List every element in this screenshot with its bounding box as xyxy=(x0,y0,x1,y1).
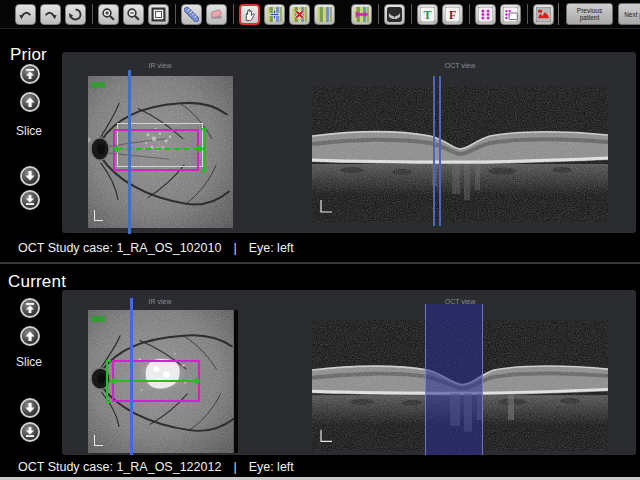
rotate-icon[interactable] xyxy=(65,4,86,25)
toolbar-separator xyxy=(233,4,234,24)
flip-arc-left-icon[interactable] xyxy=(15,4,36,25)
prior-slice-last-button[interactable] xyxy=(20,190,40,210)
prior-fundus-image[interactable] xyxy=(88,76,233,228)
status-separator: | xyxy=(233,460,236,474)
dots-copy-icon[interactable] xyxy=(500,4,521,25)
current-panel: IR view OCT view xyxy=(62,290,636,455)
prior-fundus-slice-line[interactable] xyxy=(128,70,131,234)
current-fundus-view-label: IR view xyxy=(149,298,172,305)
prior-slice-label: Slice xyxy=(16,124,42,138)
grid-move-icon[interactable] xyxy=(351,4,372,25)
overlay-eye-icon[interactable] xyxy=(384,4,405,25)
flip-arc-right-icon[interactable] xyxy=(40,4,61,25)
toolbar-icons: TF xyxy=(15,4,558,25)
oct-compare-window: TF Previous patient Next patient Prior S… xyxy=(0,0,640,480)
grid-add-icon[interactable] xyxy=(264,4,285,25)
oct-bscan xyxy=(312,86,608,222)
current-fundus-image[interactable] xyxy=(88,310,238,453)
current-slice-up-button[interactable] xyxy=(20,326,40,346)
current-fundus-slice-line[interactable] xyxy=(130,298,133,455)
section-divider xyxy=(0,262,640,264)
current-eye-text: Eye: left xyxy=(249,460,294,474)
fit-window-icon[interactable] xyxy=(148,4,169,25)
prior-oct-image[interactable] xyxy=(312,86,608,222)
grid-icon[interactable] xyxy=(314,4,335,25)
toolbar: TF Previous patient Next patient xyxy=(0,0,640,29)
patient-nav: Previous patient Next patient xyxy=(558,0,640,29)
red-region-icon[interactable] xyxy=(533,4,554,25)
current-case-text: OCT Study case: 1_RA_OS_122012 xyxy=(18,460,221,474)
toolbar-separator xyxy=(527,4,528,24)
prior-scan-info-badge xyxy=(91,82,105,88)
zoom-out-icon[interactable] xyxy=(123,4,144,25)
current-scan-info-badge xyxy=(91,316,105,322)
toolbar-separator xyxy=(558,3,559,25)
status-separator: | xyxy=(233,241,236,255)
pan-hand-icon[interactable] xyxy=(239,4,260,25)
svg-text:F: F xyxy=(449,8,456,21)
text-true-icon[interactable]: T xyxy=(417,4,438,25)
prior-oct-view-label: OCT view xyxy=(445,62,476,69)
prior-status-bar: OCT Study case: 1_RA_OS_102010|Eye: left xyxy=(18,241,294,255)
next-patient-button[interactable]: Next patient xyxy=(618,3,640,25)
prior-case-text: OCT Study case: 1_RA_OS_102010 xyxy=(18,241,221,255)
current-section-title: Current xyxy=(8,272,66,292)
current-slice-label: Slice xyxy=(16,355,42,369)
toolbar-separator xyxy=(92,4,93,24)
prior-range-bracket xyxy=(201,128,206,172)
prior-slice-down-button[interactable] xyxy=(20,166,40,186)
zoom-in-icon[interactable] xyxy=(98,4,119,25)
current-slice-down-button[interactable] xyxy=(20,398,40,418)
prior-slice-up-button[interactable] xyxy=(20,92,40,112)
previous-patient-button[interactable]: Previous patient xyxy=(566,3,613,25)
current-status-bar: OCT Study case: 1_RA_OS_122012|Eye: left xyxy=(18,460,294,474)
prior-oct-slice-marker[interactable] xyxy=(433,76,441,226)
ruler-icon[interactable] xyxy=(181,4,202,25)
toolbar-separator xyxy=(411,4,412,24)
prior-section-title: Prior xyxy=(10,45,47,65)
current-scan-position-line xyxy=(114,380,196,382)
toolbar-separator xyxy=(378,4,379,24)
current-slice-last-button[interactable] xyxy=(20,422,40,442)
prior-fundus-scale-marker xyxy=(94,210,103,221)
eraser-icon[interactable] xyxy=(206,4,227,25)
prior-registration-rect xyxy=(113,129,199,171)
prior-slice-first-button[interactable] xyxy=(20,64,40,84)
current-oct-selection-band[interactable] xyxy=(425,304,483,455)
toolbar-separator xyxy=(469,4,470,24)
svg-text:T: T xyxy=(424,8,432,21)
prior-fundus-view-label: IR view xyxy=(149,62,172,69)
prior-eye-text: Eye: left xyxy=(249,241,294,255)
current-fundus-scale-marker xyxy=(94,435,103,446)
text-false-icon[interactable]: F xyxy=(442,4,463,25)
prior-panel: IR view OCT view xyxy=(62,52,636,233)
toolbar-separator xyxy=(175,4,176,24)
dots-grid-icon[interactable] xyxy=(475,4,496,25)
current-slice-first-button[interactable] xyxy=(20,298,40,318)
grid-delete-icon[interactable] xyxy=(289,4,310,25)
current-range-bracket xyxy=(106,360,111,403)
